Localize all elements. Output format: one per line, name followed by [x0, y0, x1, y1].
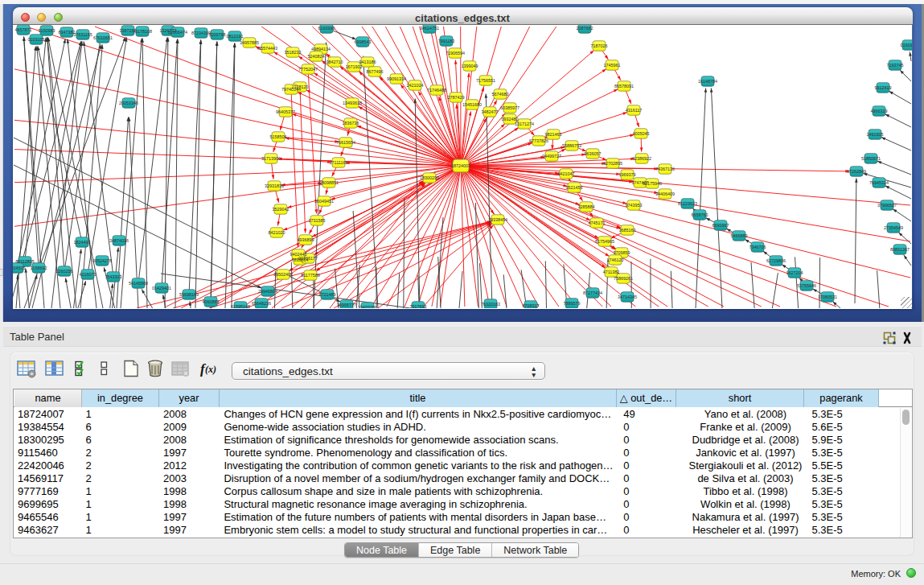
svg-text:19338454: 19338454 — [488, 217, 507, 222]
svg-text:16148784: 16148784 — [698, 79, 717, 84]
svg-text:20053346: 20053346 — [119, 101, 138, 105]
svg-text:62702895: 62702895 — [603, 161, 622, 166]
svg-text:54145868: 54145868 — [129, 281, 148, 286]
svg-text:7193745: 7193745 — [886, 63, 903, 68]
svg-text:62386922: 62386922 — [632, 156, 651, 161]
svg-text:13433200: 13433200 — [358, 305, 377, 308]
svg-text:1969379: 1969379 — [618, 172, 635, 177]
svg-text:2787429: 2787429 — [447, 95, 464, 100]
svg-text:2260256: 2260256 — [55, 269, 72, 274]
svg-text:81223623: 81223623 — [678, 201, 697, 206]
svg-text:01429401: 01429401 — [152, 286, 171, 290]
svg-text:1824493: 1824493 — [73, 240, 90, 245]
svg-text:86578091: 86578091 — [614, 84, 634, 89]
svg-text:82175946: 82175946 — [643, 181, 662, 186]
svg-text:27354549: 27354549 — [884, 225, 903, 230]
svg-text:3529042: 3529042 — [272, 207, 289, 212]
svg-text:7917693: 7917693 — [409, 304, 426, 308]
svg-text:1746120: 1746120 — [606, 257, 623, 262]
svg-text:8708317: 8708317 — [522, 303, 539, 308]
svg-text:7889579: 7889579 — [563, 301, 580, 306]
svg-text:1836736: 1836736 — [342, 121, 359, 126]
svg-text:5240824: 5240824 — [307, 54, 324, 59]
svg-text:9521456: 9521456 — [565, 185, 582, 190]
svg-text:18724007: 18724007 — [451, 163, 470, 168]
svg-text:17080531: 17080531 — [818, 295, 837, 299]
svg-text:99091334: 99091334 — [387, 76, 406, 81]
svg-text:5674680: 5674680 — [491, 92, 508, 97]
svg-text:73178108: 73178108 — [133, 29, 152, 34]
svg-text:5158506: 5158506 — [269, 134, 286, 139]
svg-text:76945314: 76945314 — [869, 180, 889, 185]
svg-text:80112805: 80112805 — [15, 259, 35, 264]
svg-text:34874016: 34874016 — [109, 238, 129, 243]
svg-text:6998543: 6998543 — [354, 39, 371, 44]
svg-text:8421020: 8421020 — [268, 230, 285, 235]
svg-text:1745961: 1745961 — [603, 63, 620, 68]
svg-text:79740344: 79740344 — [281, 87, 301, 92]
svg-text:96405377: 96405377 — [276, 109, 295, 114]
svg-text:28098851: 28098851 — [319, 180, 339, 185]
svg-text:74367136: 74367136 — [655, 167, 675, 171]
svg-text:39502402: 39502402 — [273, 272, 293, 277]
svg-text:6193990: 6193990 — [318, 26, 335, 31]
svg-text:31713900: 31713900 — [261, 156, 281, 161]
svg-text:4005045: 4005045 — [632, 131, 649, 136]
svg-text:76320163: 76320163 — [481, 302, 500, 307]
svg-text:81177589: 81177589 — [301, 273, 320, 278]
svg-text:0812191: 0812191 — [226, 34, 243, 39]
svg-text:37631165: 37631165 — [73, 32, 92, 37]
svg-text:1399049: 1399049 — [461, 64, 478, 68]
svg-text:76615654: 76615654 — [336, 140, 355, 145]
svg-text:55886753: 55886753 — [562, 143, 581, 148]
svg-text:7543303: 7543303 — [105, 274, 121, 279]
svg-text:3482477: 3482477 — [481, 109, 498, 114]
svg-text:7991183: 7991183 — [437, 39, 454, 43]
svg-text:4745171: 4745171 — [588, 220, 605, 225]
svg-text:9402445: 9402445 — [290, 252, 306, 257]
svg-text:32931839: 32931839 — [265, 183, 284, 188]
svg-text:9636057: 9636057 — [584, 151, 601, 156]
svg-text:87234309: 87234309 — [191, 31, 211, 35]
svg-text:71746488: 71746488 — [427, 88, 446, 93]
svg-text:4657871: 4657871 — [14, 27, 31, 32]
svg-text:37996507: 37996507 — [877, 203, 897, 208]
svg-text:80831367: 80831367 — [890, 247, 910, 252]
svg-text:9743953: 9743953 — [625, 203, 642, 208]
svg-text:3158692: 3158692 — [30, 266, 47, 270]
svg-text:04499727: 04499727 — [542, 154, 561, 159]
svg-text:9821465: 9821465 — [544, 132, 561, 137]
svg-text:00524278: 00524278 — [92, 258, 112, 263]
svg-text:51850671: 51850671 — [861, 156, 881, 161]
svg-text:1671902: 1671902 — [345, 64, 362, 69]
svg-text:61595148: 61595148 — [231, 304, 250, 308]
svg-text:6204505: 6204505 — [13, 266, 26, 270]
svg-text:4060883: 4060883 — [202, 299, 219, 304]
svg-text:27111161: 27111161 — [329, 160, 347, 165]
svg-text:65648236: 65648236 — [252, 301, 271, 306]
svg-text:71906594: 71906594 — [446, 51, 465, 56]
svg-text:6658760: 6658760 — [691, 212, 708, 217]
svg-text:9413186: 9413186 — [359, 60, 376, 64]
svg-text:2731585: 2731585 — [308, 218, 325, 223]
svg-text:81754965: 81754965 — [595, 239, 614, 244]
svg-text:55698169: 55698169 — [179, 292, 199, 297]
svg-text:2087682: 2087682 — [576, 26, 593, 31]
svg-text:13171274: 13171274 — [515, 122, 534, 126]
svg-text:0103105: 0103105 — [27, 37, 44, 42]
svg-text:4216073: 4216073 — [79, 272, 96, 277]
svg-text:7187026: 7187026 — [590, 43, 607, 48]
svg-text:71756551: 71756551 — [476, 78, 495, 83]
svg-text:53755646: 53755646 — [797, 283, 816, 288]
svg-text:8677496: 8677496 — [366, 69, 383, 74]
svg-text:8721489: 8721489 — [318, 292, 335, 297]
svg-text:60385977: 60385977 — [500, 105, 519, 110]
svg-text:5009788: 5009788 — [208, 32, 225, 37]
svg-text:1491905: 1491905 — [866, 132, 883, 137]
svg-text:5466889: 5466889 — [730, 233, 747, 238]
svg-text:0842710: 0842710 — [326, 60, 343, 64]
svg-text:85574443: 85574443 — [258, 46, 277, 51]
svg-text:1627204: 1627204 — [786, 270, 803, 275]
svg-text:18300295: 18300295 — [420, 175, 439, 180]
svg-text:62729806: 62729806 — [766, 258, 786, 263]
